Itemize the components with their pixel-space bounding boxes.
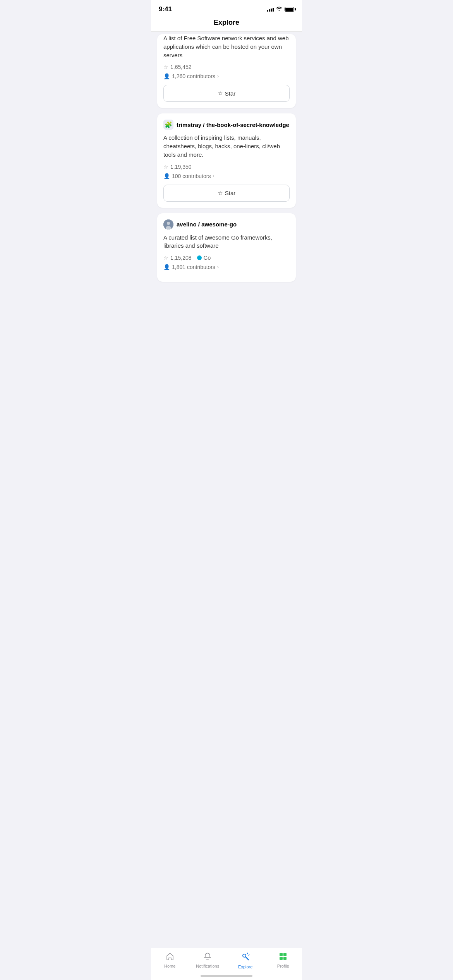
repo-header-1: avelino / awesome-go	[163, 219, 290, 230]
language-label-1: Go	[204, 255, 211, 261]
contributors-row-1[interactable]: 👤 1,801 contributors ›	[163, 264, 290, 270]
repo-header-0: 🧩 trimstray / the-book-of-secret-knowled…	[163, 120, 290, 130]
scroll-content: A list of Free Software network services…	[151, 32, 302, 320]
repo-description-0: A collection of inspiring lists, manuals…	[163, 134, 290, 159]
signal-bars-icon	[267, 7, 274, 12]
repo-card-partial: A list of Free Software network services…	[157, 34, 296, 108]
repo-avatar-1	[163, 219, 173, 230]
stars-stat-partial: ☆ 1,65,452	[163, 64, 192, 70]
star-button-partial[interactable]: ☆ Star	[163, 85, 290, 102]
repo-stats-0: ☆ 1,19,350	[163, 164, 290, 170]
language-stat-1: Go	[197, 255, 211, 261]
explore-header: Explore	[151, 15, 302, 32]
status-time: 9:41	[159, 5, 172, 13]
star-btn-icon-0: ☆	[218, 190, 223, 197]
contributors-partial: 👤 1,260 contributors ›	[163, 73, 290, 79]
star-icon-partial: ☆	[163, 64, 168, 70]
star-button-0[interactable]: ☆ Star	[163, 185, 290, 202]
star-btn-label-0: Star	[225, 190, 236, 196]
star-icon-0: ☆	[163, 164, 168, 170]
battery-icon	[285, 7, 294, 12]
contributors-count-partial: 1,260 contributors	[172, 73, 215, 79]
star-icon-1: ☆	[163, 255, 168, 261]
repo-card-1: avelino / awesome-go A curated list of a…	[157, 213, 296, 282]
stars-count-0: 1,19,350	[170, 164, 192, 170]
contributors-row-0[interactable]: 👤 100 contributors ›	[163, 173, 290, 179]
language-dot-1	[197, 255, 202, 260]
star-btn-icon-partial: ☆	[218, 90, 223, 97]
repo-avatar-0: 🧩	[163, 120, 173, 130]
stars-stat-1: ☆ 1,15,208	[163, 255, 192, 261]
chevron-icon-partial: ›	[217, 74, 219, 79]
wifi-icon	[276, 6, 282, 12]
svg-point-1	[167, 222, 170, 225]
contributors-count-1: 1,801 contributors	[172, 264, 215, 270]
chevron-icon-0: ›	[213, 173, 214, 179]
star-btn-label-partial: Star	[225, 90, 236, 97]
repo-card-0: 🧩 trimstray / the-book-of-secret-knowled…	[157, 113, 296, 207]
stars-count-partial: 1,65,452	[170, 64, 192, 70]
stars-count-1: 1,15,208	[170, 255, 192, 261]
chevron-icon-1: ›	[217, 264, 219, 270]
status-icons	[267, 6, 294, 12]
repo-description-partial: A list of Free Software network services…	[163, 34, 290, 59]
status-bar: 9:41	[151, 0, 302, 15]
repo-stats-partial: ☆ 1,65,452	[163, 64, 290, 70]
repo-name-1[interactable]: avelino / awesome-go	[177, 221, 237, 228]
person-icon-partial: 👤	[163, 73, 170, 79]
repo-description-1: A curated list of awesome Go frameworks,…	[163, 233, 290, 250]
repo-stats-1: ☆ 1,15,208 Go	[163, 255, 290, 261]
repo-name-0[interactable]: trimstray / the-book-of-secret-knowledge	[177, 122, 289, 128]
contributors-count-0: 100 contributors	[172, 173, 211, 179]
person-icon-0: 👤	[163, 173, 170, 179]
page-title: Explore	[214, 19, 239, 26]
stars-stat-0: ☆ 1,19,350	[163, 164, 192, 170]
person-icon-1: 👤	[163, 264, 170, 270]
